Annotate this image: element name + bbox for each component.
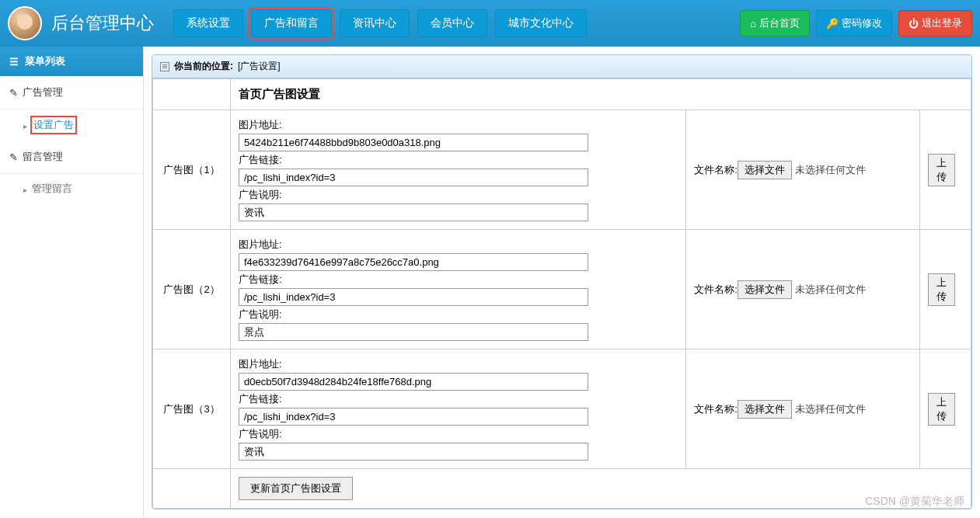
home-icon: ⌂ [750,18,756,30]
ad-desc-input[interactable] [239,203,588,221]
sidebar-item-msg-manage[interactable]: 留言管理 [0,141,143,174]
file-status: 未选择任何文件 [795,283,866,295]
sidebar-header-label: 菜单列表 [25,54,65,68]
ad-link-input[interactable] [239,288,588,306]
breadcrumb-location: [广告设置] [238,60,281,73]
file-name-label: 文件名称: [694,283,738,295]
nav-info-center[interactable]: 资讯中心 [340,9,410,37]
choose-file-button[interactable]: 选择文件 [738,400,792,419]
avatar [8,6,42,40]
app-title: 后台管理中心 [51,12,154,35]
ad-table: 首页广告图设置 广告图（1） 图片地址: 广告链接: 广告说明: 文件名称:选择… [152,78,971,509]
img-addr-input[interactable] [239,373,588,391]
img-addr-label: 图片地址: [239,118,678,132]
header-bar: 后台管理中心 系统设置 广告和留言 资讯中心 会员中心 城市文化中心 ⌂后台首页… [0,0,980,47]
empty-cell [153,79,231,110]
edit-icon [9,87,18,99]
key-icon: 🔑 [826,18,839,30]
ad-fields-cell: 图片地址: 广告链接: 广告说明: [231,110,686,230]
sidebar-sub-label: 设置广告 [32,117,75,133]
ad-fields-cell: 图片地址: 广告链接: 广告说明: [231,349,686,469]
ad-link-input[interactable] [239,169,588,186]
img-addr-label: 图片地址: [239,357,678,371]
password-button[interactable]: 🔑密码修改 [816,10,892,37]
ad-link-input[interactable] [239,408,588,426]
empty-cell [153,469,231,509]
file-name-label: 文件名称: [694,403,738,415]
file-name-label: 文件名称: [694,164,738,176]
ad-link-label: 广告链接: [239,392,678,406]
ad-row-label: 广告图（3） [153,349,231,469]
upload-button[interactable]: 上 传 [928,393,955,426]
upload-button[interactable]: 上 传 [928,273,955,306]
sidebar-item-label: 留言管理 [23,150,63,164]
power-icon: ⏻ [909,18,919,30]
home-button-label: 后台首页 [759,16,800,30]
edit-icon [9,151,18,163]
hamburger-icon [9,56,19,68]
nav-member-center[interactable]: 会员中心 [417,9,487,37]
file-cell: 文件名称:选择文件未选择任何文件 [686,110,920,230]
home-button[interactable]: ⌂后台首页 [740,10,810,37]
file-status: 未选择任何文件 [795,403,866,415]
sidebar: 菜单列表 广告管理 设置广告 留言管理 管理留言 [0,47,144,517]
file-cell: 文件名称:选择文件未选择任何文件 [686,230,920,349]
ad-link-label: 广告链接: [239,273,678,287]
nav-ads-messages[interactable]: 广告和留言 [251,9,332,37]
ad-desc-label: 广告说明: [239,427,678,441]
choose-file-button[interactable]: 选择文件 [738,280,792,299]
submit-button[interactable]: 更新首页广告图设置 [239,477,353,500]
password-button-label: 密码修改 [842,16,882,30]
ad-desc-label: 广告说明: [239,308,678,322]
ad-row-label: 广告图（1） [153,110,231,230]
page-icon [160,62,169,71]
sidebar-sub-label: 管理留言 [32,182,72,196]
panel-title: 首页广告图设置 [231,79,971,110]
breadcrumb-prefix: 你当前的位置: [174,60,233,73]
nav-system-settings[interactable]: 系统设置 [173,9,243,37]
img-addr-label: 图片地址: [239,238,678,252]
nav-city-culture[interactable]: 城市文化中心 [495,9,587,37]
img-addr-input[interactable] [239,253,588,271]
ad-desc-label: 广告说明: [239,188,678,202]
upload-button[interactable]: 上 传 [928,154,955,186]
sidebar-item-ad-manage[interactable]: 广告管理 [0,76,143,110]
caret-icon [23,120,27,131]
ad-row-label: 广告图（2） [153,230,231,349]
breadcrumb: 你当前的位置: [广告设置] [152,55,971,78]
sidebar-item-label: 广告管理 [23,85,63,99]
ad-fields-cell: 图片地址: 广告链接: 广告说明: [231,230,686,349]
file-status: 未选择任何文件 [795,164,866,176]
content-panel: 你当前的位置: [广告设置] 首页广告图设置 广告图（1） 图片地址: 广告链接… [152,54,972,509]
sidebar-sub-manage-msg[interactable]: 管理留言 [0,174,143,203]
sidebar-header: 菜单列表 [0,47,143,76]
img-addr-input[interactable] [239,134,588,151]
ad-desc-input[interactable] [239,443,588,461]
caret-icon [23,183,27,195]
logout-button[interactable]: ⏻退出登录 [898,10,972,37]
logout-button-label: 退出登录 [922,16,962,30]
ad-link-label: 广告链接: [239,153,678,167]
sidebar-sub-set-ad[interactable]: 设置广告 [0,110,143,141]
watermark: CSDN @黄菊华老师 [865,495,964,509]
choose-file-button[interactable]: 选择文件 [738,161,792,179]
ad-desc-input[interactable] [239,323,588,341]
file-cell: 文件名称:选择文件未选择任何文件 [686,349,920,469]
